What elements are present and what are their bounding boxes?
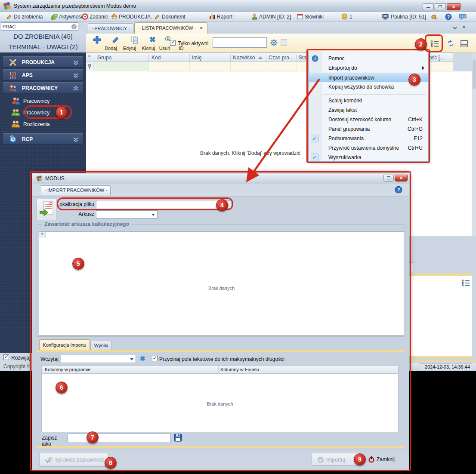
minimize-icon	[427, 7, 430, 8]
database-coin-icon	[342, 13, 349, 20]
button-label: Edytuj	[120, 46, 139, 51]
sliders-icon	[9, 71, 17, 80]
menu-admin[interactable]: ADMIN [ID: 2]	[259, 14, 291, 20]
step-badge-1: 1	[56, 106, 68, 118]
chevron-down-icon	[73, 73, 79, 80]
button-label: Usuń	[157, 46, 173, 51]
tabstrip-close-icon[interactable]	[462, 24, 466, 30]
report-chart-icon	[209, 13, 216, 20]
menu-produkcja[interactable]: PRODUKCJA	[119, 14, 151, 20]
expand-checkbox[interactable]	[3, 354, 9, 360]
todo-item[interactable]: DO ZROBIENIA (45)	[0, 31, 86, 42]
maximize-icon	[439, 5, 442, 8]
window-title: System zarządzania przedsiębiorstwem Mod…	[14, 3, 136, 9]
menu-paulina[interactable]: Paulina [ID: 51]	[391, 14, 426, 20]
title-bar: System zarządzania przedsiębiorstwem Mod…	[0, 0, 476, 12]
step-badge-5: 5	[72, 258, 84, 270]
gear-icon[interactable]	[270, 39, 278, 48]
todo-panel: DO ZROBIENIA (45) TERMINAL - UWAGI (2)	[0, 31, 86, 52]
column-width-icon[interactable]	[460, 40, 469, 49]
annotation-frame-context-menu	[306, 49, 430, 163]
menu-zadanie[interactable]: Zadanie	[90, 14, 108, 20]
workstation-icon	[382, 13, 389, 20]
delete-button[interactable]: Usuń	[144, 34, 161, 45]
sidebar-item-label: Rozliczenia	[23, 121, 49, 127]
menu-aktywnosc[interactable]: Aktywność	[59, 14, 83, 20]
chevron-down-icon	[73, 137, 79, 144]
grid-empty-text: Brak danych. Kliknij 'Dodaj' aby wprowad…	[200, 150, 300, 156]
sidebar-section-rcp[interactable]: RCP	[3, 133, 83, 145]
toolbar-search-input[interactable]	[213, 38, 266, 47]
app-logo-icon	[3, 2, 11, 12]
column-header-nazwisko[interactable]: Nazwisko	[233, 55, 255, 61]
menu-do-zrobienia[interactable]: Do zrobienia	[14, 14, 43, 20]
document-pencil-icon	[154, 13, 161, 20]
chat-icon[interactable]	[459, 13, 466, 20]
sidebar-section-label: PRODUKCJA	[22, 59, 55, 65]
filter-cell-grupa[interactable]	[94, 62, 148, 71]
scrollbar-thumb[interactable]	[473, 59, 476, 89]
tab-pracownicy[interactable]: · PRACOWNICY ·	[88, 23, 133, 34]
clone-pages-icon	[130, 35, 139, 45]
sidebar-section-aps[interactable]: APS	[3, 69, 83, 80]
expand-checkbox-label: Rozwijaj	[11, 355, 31, 361]
list-options-icon[interactable]	[461, 279, 470, 288]
sidebar-section-label: PRACOWNICY	[22, 85, 58, 91]
sort-asc-icon	[258, 56, 263, 59]
sidebar-search-box	[1, 22, 78, 31]
column-header-czas-pracy[interactable]: Czas pra...	[269, 55, 294, 61]
svg-text:?: ?	[447, 15, 450, 19]
column-header-imie[interactable]: Imię	[192, 55, 202, 61]
column-header-kod[interactable]: Kod	[151, 55, 161, 61]
column-header-grupa[interactable]: Grupa	[97, 55, 111, 61]
chevron-down-icon	[73, 60, 79, 67]
todo-item[interactable]: TERMINAL - UWAGI (2)	[0, 42, 86, 52]
edit-button[interactable]: Edytuj	[106, 34, 125, 45]
add-plus-icon	[93, 35, 102, 46]
toolbar-small-box[interactable]	[281, 39, 287, 46]
menu-count[interactable]: 1	[349, 14, 352, 20]
clear-search-icon[interactable]	[71, 24, 77, 29]
step-badge-7: 7	[87, 431, 99, 443]
sidebar-search-input[interactable]	[3, 23, 69, 30]
vertical-scrollbar[interactable]	[472, 52, 476, 236]
minimize-button[interactable]	[423, 3, 434, 10]
sidebar-section-produkcja[interactable]: PRODUKCJA	[3, 56, 83, 68]
clock-sync-icon	[9, 135, 17, 144]
maximize-button[interactable]	[435, 3, 446, 10]
activity-layers-icon	[51, 13, 58, 20]
tab-list-dropdown-icon[interactable]	[453, 25, 457, 31]
toolbar-search-box	[213, 37, 267, 48]
clone-button[interactable]: Klonuj	[125, 34, 144, 45]
step-badge-6: 6	[56, 382, 68, 394]
sidebar-section-label: RCP	[22, 136, 33, 142]
paint-icon[interactable]	[430, 13, 437, 20]
only-active-checkbox[interactable]	[170, 40, 176, 46]
chevron-up-icon	[73, 86, 79, 92]
edit-pencil-icon	[111, 35, 120, 45]
add-button[interactable]: Dodaj	[87, 34, 106, 46]
only-active-label: Tylko aktywni	[178, 40, 208, 46]
people-blue-icon	[11, 96, 20, 105]
sidebar-section-label: APS	[22, 72, 33, 78]
close-button[interactable]	[447, 3, 461, 10]
people-green-icon	[11, 108, 20, 117]
sidebar-section-pracownicy[interactable]: PRACOWNICY	[3, 82, 83, 93]
menu-raport[interactable]: Raport	[217, 14, 232, 20]
menu-slowniki[interactable]: Słowniki	[305, 14, 324, 20]
refresh-icon[interactable]	[446, 40, 455, 49]
step-badge-3: 3	[408, 74, 420, 86]
dictionary-icon	[297, 13, 304, 20]
tools-icon	[9, 58, 17, 67]
admin-user-icon	[251, 13, 258, 20]
button-label: Klonuj	[139, 46, 158, 51]
grid-corner-glyph: *	[88, 55, 90, 59]
tab-lista-pracownikow[interactable]: · LISTA PRACOWNIKÓW ·	[134, 22, 207, 34]
menu-dokument[interactable]: Dokument	[162, 14, 185, 20]
production-home-icon	[111, 13, 118, 20]
tab-label: · LISTA PRACOWNIKÓW ·	[139, 25, 196, 31]
sidebar-item-rozliczenia[interactable]: Rozliczenia	[3, 119, 83, 130]
people-group-icon	[9, 84, 17, 92]
help-icon[interactable]: ?	[445, 13, 452, 20]
tab-close-icon[interactable]	[200, 25, 203, 31]
